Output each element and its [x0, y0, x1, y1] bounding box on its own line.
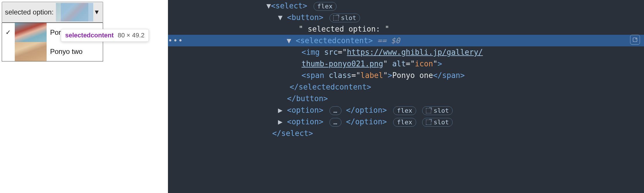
inspect-tooltip: selectedcontent 80 × 49.2	[61, 29, 149, 42]
selected-thumbnail	[56, 3, 88, 21]
chevron-down-icon: ▼	[94, 8, 100, 16]
dom-node-select-close[interactable]: </select>	[168, 128, 644, 139]
badge-slot[interactable]: slot	[330, 14, 360, 22]
ai-assist-button[interactable]	[630, 35, 640, 45]
dom-node-span[interactable]: <span class="label">Ponyo one</span>	[168, 70, 644, 81]
select-dropdown: ✓ Ponyo one Ponyo two	[2, 23, 103, 61]
slot-icon	[426, 120, 431, 125]
dom-node-img[interactable]: <img src="https://www.ghibli.jp/gallery/	[168, 46, 644, 58]
dom-node-option[interactable]: ▶ <option> … </option> flex slot	[168, 104, 644, 116]
select-label-prefix: selected option:	[5, 8, 54, 16]
disclosure-triangle-icon[interactable]: ▼	[278, 13, 283, 22]
row-actions-icon[interactable]: •••	[168, 35, 180, 46]
slot-icon	[333, 15, 339, 21]
option-label: Ponyo two	[50, 48, 83, 56]
option-thumbnail	[15, 42, 47, 61]
disclosure-triangle-icon[interactable]: ▶	[278, 106, 283, 114]
badge-flex[interactable]: flex	[393, 106, 416, 115]
rendered-preview: selected option: ▼ ✓ Ponyo one Ponyo two…	[0, 0, 168, 193]
select-button[interactable]: selected option: ▼	[2, 2, 103, 23]
badge-slot[interactable]: slot	[422, 106, 453, 115]
badge-ellipsis[interactable]: …	[330, 118, 341, 127]
badge-ellipsis[interactable]: …	[330, 106, 341, 115]
badge-flex[interactable]: flex	[314, 2, 336, 11]
dom-node-select[interactable]: ▼<select> flex	[168, 0, 644, 12]
disclosure-triangle-icon[interactable]: ▶	[278, 117, 283, 126]
dom-node-img-cont[interactable]: thumb-ponyo021.png" alt="icon">	[168, 58, 644, 70]
dom-node-selectedcontent-close[interactable]: </selectedcontent>	[168, 81, 644, 93]
dom-node-button-close[interactable]: </button>	[168, 93, 644, 104]
dom-node-button[interactable]: ▼ <button> slot	[168, 12, 644, 23]
tooltip-dimensions: 80 × 49.2	[118, 32, 144, 39]
option-thumbnail	[15, 23, 47, 42]
disclosure-triangle-icon[interactable]: ▼	[266, 1, 271, 10]
dom-node-selectedcontent[interactable]: ••• ▼ <selectedcontent> == $0	[168, 35, 644, 46]
devtools-elements-panel: ▼<select> flex ▼ <button> slot " selecte…	[168, 0, 644, 193]
badge-slot[interactable]: slot	[422, 118, 453, 127]
dom-text-node[interactable]: " selected option: "	[168, 23, 644, 35]
check-icon: ✓	[5, 29, 11, 36]
dom-node-option[interactable]: ▶ <option> … </option> flex slot	[168, 116, 644, 128]
badge-flex[interactable]: flex	[393, 118, 416, 127]
option-row[interactable]: Ponyo two	[2, 42, 103, 61]
tooltip-tag: selectedcontent	[65, 32, 114, 39]
slot-icon	[426, 108, 431, 113]
disclosure-triangle-icon[interactable]: ▼	[287, 36, 291, 45]
